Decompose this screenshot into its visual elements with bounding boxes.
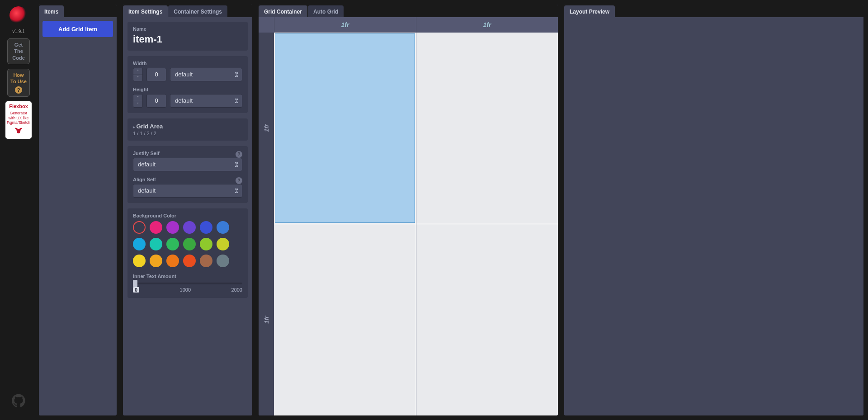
chevron-up-icon[interactable]: ˄ — [133, 94, 142, 101]
color-swatch[interactable] — [133, 255, 146, 267]
items-panel: Items Add Grid Item — [39, 5, 117, 415]
name-section: Name item-1 — [127, 22, 248, 51]
bull-icon — [14, 127, 24, 135]
col-label-2[interactable]: 1fr — [416, 17, 558, 33]
slider-value: 0 — [133, 287, 139, 293]
get-code-label: Get The Code — [12, 42, 25, 61]
flexbox-title: Flexbox — [7, 104, 30, 110]
help-icon: ? — [15, 86, 22, 94]
name-label: Name — [133, 26, 242, 32]
chevron-down-icon[interactable]: ˅ — [133, 101, 142, 108]
color-swatch[interactable] — [183, 255, 196, 267]
tab-layout-preview[interactable]: Layout Preview — [564, 5, 615, 17]
width-stepper[interactable]: ˄ ˅ — [133, 68, 143, 81]
height-stepper[interactable]: ˄ ˅ — [133, 94, 143, 108]
chevron-up-icon[interactable]: ˄ — [133, 68, 142, 75]
placed-item[interactable] — [275, 33, 415, 223]
inner-text-label: Inner Text Amount — [133, 274, 242, 279]
col-label-1[interactable]: 1fr — [274, 17, 416, 33]
justify-self-label: Justify Self — [133, 151, 160, 156]
how-to-use-button[interactable]: How To Use ? — [7, 69, 30, 97]
dimensions-section: Width ˄ ˅ 0 default Height ˄ — [127, 56, 248, 113]
height-unit-select[interactable]: default — [170, 94, 242, 108]
settings-tabs: Item Settings Container Settings — [123, 5, 252, 17]
tab-item-settings[interactable]: Item Settings — [123, 5, 168, 17]
color-swatch[interactable] — [150, 255, 162, 267]
color-swatch[interactable] — [217, 221, 229, 234]
grid-area-label: Grid Area — [133, 123, 242, 130]
grid-corner[interactable] — [259, 17, 274, 33]
color-swatch[interactable] — [217, 255, 229, 267]
grid-cell[interactable] — [274, 33, 416, 224]
appearance-section: Background Color Inner Text Amount 0 100… — [127, 208, 248, 298]
color-swatch[interactable] — [217, 238, 229, 250]
name-value[interactable]: item-1 — [133, 33, 242, 45]
color-swatch[interactable] — [200, 221, 212, 234]
left-rail: v1.9.1 Get The Code How To Use ? Flexbox… — [5, 5, 33, 415]
width-value[interactable]: 0 — [146, 68, 166, 81]
tab-auto-grid[interactable]: Auto Grid — [308, 5, 344, 17]
bg-color-label: Background Color — [133, 213, 242, 218]
add-grid-item-button[interactable]: Add Grid Item — [42, 21, 113, 37]
alignment-section: Justify Self ? default Align Self ? defa… — [127, 146, 248, 203]
justify-help-icon[interactable]: ? — [236, 151, 242, 158]
justify-self-select[interactable]: default — [133, 158, 242, 171]
version-label: v1.9.1 — [12, 29, 24, 34]
row-labels: 1fr 1fr — [259, 17, 274, 415]
items-tabs: Items — [39, 5, 117, 17]
tab-grid-container[interactable]: Grid Container — [259, 5, 307, 17]
grid-cells[interactable] — [274, 33, 558, 415]
height-label: Height — [133, 87, 242, 92]
width-unit-select[interactable]: default — [170, 68, 242, 81]
align-self-select[interactable]: default — [133, 184, 242, 198]
preview-panel: Layout Preview — [564, 5, 863, 415]
color-swatch[interactable] — [200, 238, 212, 250]
col-labels: 1fr 1fr — [274, 17, 558, 33]
color-swatch[interactable] — [150, 221, 162, 234]
grid-tabs: Grid Container Auto Grid — [259, 5, 558, 17]
align-help-icon[interactable]: ? — [236, 177, 242, 184]
slider-mid: 1000 — [180, 287, 191, 293]
row-label-2[interactable]: 1fr — [259, 224, 274, 416]
color-swatch[interactable] — [166, 221, 179, 234]
inner-text-slider[interactable] — [133, 283, 242, 284]
color-swatch[interactable] — [183, 221, 196, 234]
flexbox-link[interactable]: Flexbox Generator with UX like Figma/Ske… — [5, 101, 32, 138]
slider-thumb[interactable] — [133, 280, 137, 287]
flexbox-subtitle: Generator with UX like Figma/Sketch — [7, 111, 30, 125]
grid-area-section[interactable]: Grid Area 1 / 1 / 2 / 2 — [127, 118, 248, 141]
settings-panel: Item Settings Container Settings Name it… — [123, 5, 252, 415]
align-self-label: Align Self — [133, 177, 156, 182]
get-code-button[interactable]: Get The Code — [7, 38, 30, 64]
app-logo[interactable] — [9, 6, 28, 24]
color-swatch[interactable] — [166, 255, 179, 267]
tab-container-settings[interactable]: Container Settings — [168, 5, 227, 17]
color-swatch[interactable] — [200, 255, 212, 267]
grid-cell[interactable] — [416, 224, 558, 415]
tab-items[interactable]: Items — [39, 5, 64, 17]
preview-canvas[interactable] — [564, 17, 863, 415]
grid-area-value: 1 / 1 / 2 / 2 — [133, 131, 242, 136]
color-swatch[interactable] — [183, 238, 196, 250]
color-swatch[interactable] — [133, 221, 146, 234]
color-swatch[interactable] — [150, 238, 162, 250]
height-value[interactable]: 0 — [146, 94, 166, 108]
how-to-use-label: How To Use — [10, 72, 27, 84]
preview-tabs: Layout Preview — [564, 5, 863, 17]
width-label: Width — [133, 61, 242, 66]
github-icon — [12, 394, 25, 407]
github-link[interactable] — [12, 394, 25, 407]
color-swatch[interactable] — [133, 238, 146, 250]
chevron-down-icon[interactable]: ˅ — [133, 75, 142, 81]
grid-cell[interactable] — [274, 224, 416, 415]
grid-panel: Grid Container Auto Grid 1fr 1fr 1fr 1fr — [259, 5, 558, 415]
slider-max: 2000 — [231, 287, 242, 293]
grid-cell[interactable] — [416, 33, 558, 224]
color-swatches — [133, 221, 242, 267]
row-label-1[interactable]: 1fr — [259, 33, 274, 224]
color-swatch[interactable] — [166, 238, 179, 250]
